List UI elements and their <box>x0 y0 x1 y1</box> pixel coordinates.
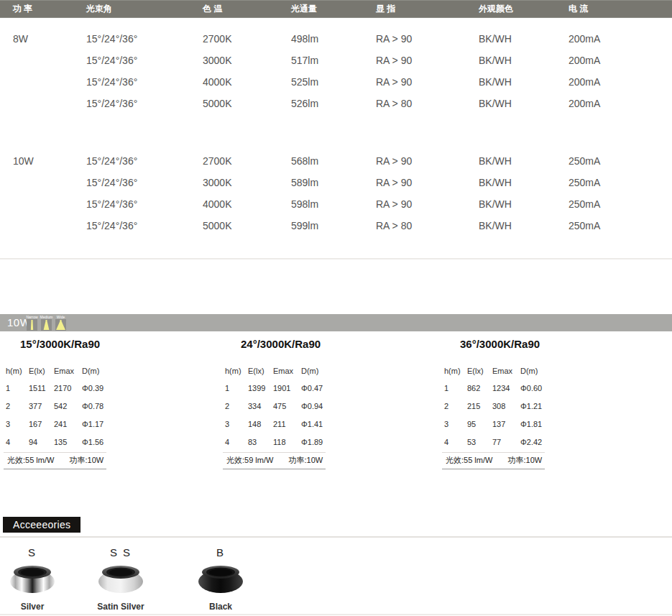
cell-cri: RA > 90 <box>362 55 464 66</box>
col-header-current: 电 流 <box>569 3 672 15</box>
cell-current: 200mA <box>569 33 672 45</box>
table-row: 15°/24°/36° 5000K 599lm RA > 80 BK/WH 25… <box>0 215 672 236</box>
table-row: 4 94 135 Φ1.56 <box>0 433 216 451</box>
table-row: 3 167 241 Φ1.17 <box>0 415 216 433</box>
cell-color-temp: 2700K <box>189 155 276 167</box>
cell-housing-color: BK/WH <box>464 55 569 66</box>
photometric-table-36deg: 36°/3000K/Ra90 h(m) E(lx) Emax D(m) 1 86… <box>438 338 672 469</box>
cell-color-temp: 4000K <box>189 198 276 210</box>
black-ring-image <box>198 562 244 598</box>
table-row: 1 1399 1901 Φ0.47 <box>219 379 435 397</box>
col-header-color-temp: 色 温 <box>189 3 276 15</box>
cell-housing-color: BK/WH <box>464 220 569 231</box>
cell-current: 250mA <box>569 198 672 210</box>
photometric-title: 15°/3000K/Ra90 <box>0 338 216 351</box>
section-divider <box>0 258 672 259</box>
accessory-code: S S <box>88 546 153 561</box>
cell-beam-angle: 15°/24°/36° <box>73 76 189 88</box>
cell-color-temp: 2700K <box>189 33 276 45</box>
cell-housing-color: BK/WH <box>464 98 569 109</box>
table-row: 2 377 542 Φ0.78 <box>0 397 216 415</box>
cell-beam-angle: 15°/24°/36° <box>73 98 189 109</box>
table-row: 15°/24°/36° 3000K 517lm RA > 90 BK/WH 20… <box>0 50 672 71</box>
beam-icons: Narrow Medium Wide <box>27 315 66 331</box>
silver-ring-image <box>9 562 55 598</box>
beam-medium: Medium <box>41 315 52 331</box>
table-row: 4 83 118 Φ1.89 <box>219 433 435 451</box>
col-header-power: 功 率 <box>0 3 73 15</box>
photometric-footer: 光效:55 lm/W 功率:10W <box>4 452 106 469</box>
photometric-title: 36°/3000K/Ra90 <box>438 338 672 351</box>
photometric-table-15deg: 15°/3000K/Ra90 h(m) E(lx) Emax D(m) 1 15… <box>0 338 216 469</box>
table-row: 2 334 475 Φ0.94 <box>219 397 435 415</box>
col-header-housing-color: 外观颜色 <box>464 3 569 15</box>
photometry-banner: 10W Narrow Medium Wide <box>0 314 672 331</box>
cell-color-temp: 5000K <box>189 98 276 109</box>
accessory-code: S <box>0 546 65 561</box>
col-d: D(m) <box>520 367 672 375</box>
beam-wide: Wide <box>55 315 66 331</box>
col-emax: Emax <box>492 367 520 375</box>
table-row: 4 53 77 Φ2.42 <box>438 433 672 451</box>
cell-color-temp: 3000K <box>189 177 276 188</box>
cell-beam-angle: 15°/24°/36° <box>73 177 189 188</box>
accessories-divider <box>0 536 672 538</box>
cell-current: 200mA <box>569 55 672 66</box>
col-e: E(lx) <box>467 367 492 375</box>
table-row: 1 862 1234 Φ0.60 <box>438 379 672 397</box>
accessory-name: Silver <box>0 602 65 612</box>
spec-group-10w: 10W 15°/24°/36° 2700K 568lm RA > 90 BK/W… <box>0 150 672 236</box>
cell-luminous-flux: 598lm <box>276 198 362 210</box>
cell-current: 200mA <box>569 76 672 88</box>
col-d: D(m) <box>82 367 216 375</box>
satin-silver-ring-image <box>98 562 144 598</box>
cell-housing-color: BK/WH <box>464 177 569 188</box>
datasheet-page: 功 率 光束角 色 温 光通量 显 指 外观颜色 电 流 8W 15°/24°/… <box>0 0 672 616</box>
power-value: 功率:10W <box>69 456 103 464</box>
cell-beam-angle: 15°/24°/36° <box>73 55 189 66</box>
table-row: 15°/24°/36° 4000K 525lm RA > 90 BK/WH 20… <box>0 71 672 93</box>
narrow-beam-icon <box>27 319 37 331</box>
cell-luminous-flux: 599lm <box>276 220 362 231</box>
accessory-name: Satin Silver <box>88 602 153 612</box>
table-row: 15°/24°/36° 5000K 526lm RA > 80 BK/WH 20… <box>0 93 672 114</box>
efficacy-value: 光效:59 lm/W <box>226 456 273 464</box>
col-header-cri: 显 指 <box>362 3 464 15</box>
col-header-beam-angle: 光束角 <box>73 3 189 15</box>
table-row: 2 215 308 Φ1.21 <box>438 397 672 415</box>
spec-group-8w: 8W 15°/24°/36° 2700K 498lm RA > 90 BK/WH… <box>0 28 672 114</box>
cell-color-temp: 4000K <box>189 76 276 88</box>
photometric-table-24deg: 24°/3000K/Ra90 h(m) E(lx) Emax D(m) 1 13… <box>219 338 435 469</box>
col-d: D(m) <box>301 367 435 375</box>
cell-housing-color: BK/WH <box>464 155 569 167</box>
cell-housing-color: BK/WH <box>464 33 569 45</box>
cell-cri: RA > 90 <box>362 155 464 167</box>
cell-cri: RA > 90 <box>362 76 464 88</box>
table-row: 1 1511 2170 Φ0.39 <box>0 379 216 397</box>
cell-beam-angle: 15°/24°/36° <box>73 198 189 210</box>
cell-current: 200mA <box>569 98 672 109</box>
photometric-header: h(m) E(lx) Emax D(m) <box>438 363 672 379</box>
cell-luminous-flux: 589lm <box>276 177 362 188</box>
spec-table-header: 功 率 光束角 色 温 光通量 显 指 外观颜色 电 流 <box>0 0 672 18</box>
wide-beam-icon <box>55 319 66 331</box>
cell-housing-color: BK/WH <box>464 76 569 88</box>
photometric-footer: 光效:55 lm/W 功率:10W <box>442 452 545 469</box>
cell-current: 250mA <box>569 155 672 167</box>
photometric-header: h(m) E(lx) Emax D(m) <box>219 363 435 379</box>
col-h: h(m) <box>444 367 467 375</box>
cell-current: 250mA <box>569 220 672 231</box>
cell-housing-color: BK/WH <box>464 198 569 210</box>
cell-color-temp: 5000K <box>189 220 276 231</box>
cell-cri: RA > 90 <box>362 198 464 210</box>
cell-cri: RA > 90 <box>362 177 464 188</box>
table-row: 10W 15°/24°/36° 2700K 568lm RA > 90 BK/W… <box>0 150 672 172</box>
cell-beam-angle: 15°/24°/36° <box>73 33 189 45</box>
col-e: E(lx) <box>29 367 54 375</box>
col-e: E(lx) <box>248 367 273 375</box>
table-row: 15°/24°/36° 3000K 589lm RA > 90 BK/WH 25… <box>0 172 672 193</box>
medium-beam-icon <box>41 319 52 331</box>
cell-luminous-flux: 498lm <box>276 33 362 45</box>
cell-luminous-flux: 568lm <box>276 155 362 167</box>
efficacy-value: 光效:55 lm/W <box>7 456 54 464</box>
